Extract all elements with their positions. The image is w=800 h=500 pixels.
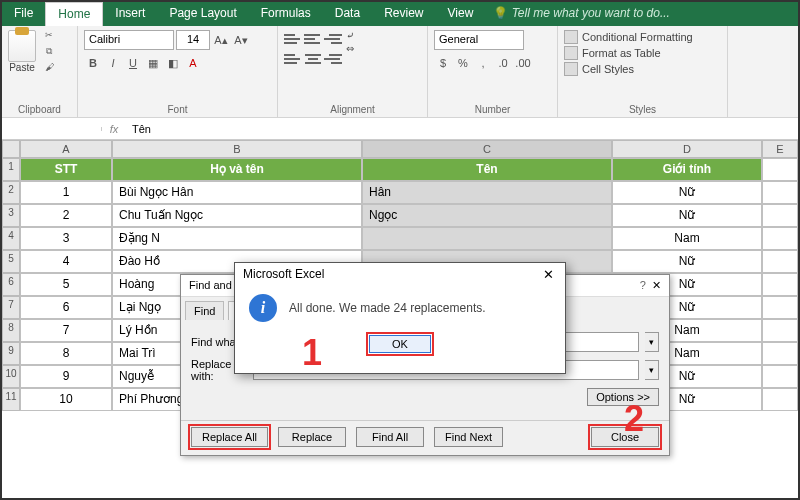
message-dialog: Microsoft Excel ✕ i All done. We made 24… — [234, 262, 566, 374]
help-icon[interactable]: ? — [640, 279, 646, 291]
ok-button[interactable]: OK — [369, 335, 431, 353]
close-icon[interactable]: ✕ — [652, 279, 661, 291]
message-text: All done. We made 24 replacements. — [289, 301, 486, 315]
replace-button[interactable]: Replace — [278, 427, 346, 447]
callout-2: 2 — [624, 398, 644, 440]
find-all-button[interactable]: Find All — [356, 427, 424, 447]
callout-1: 1 — [302, 332, 322, 374]
info-icon: i — [249, 294, 277, 322]
find-what-dropdown[interactable]: ▾ — [645, 332, 659, 352]
find-next-button[interactable]: Find Next — [434, 427, 503, 447]
tab-find[interactable]: Find — [185, 301, 224, 320]
close-icon[interactable]: ✕ — [539, 267, 557, 282]
replace-all-button[interactable]: Replace All — [191, 427, 268, 447]
replace-with-dropdown[interactable]: ▾ — [645, 360, 659, 380]
message-title: Microsoft Excel — [243, 267, 324, 282]
